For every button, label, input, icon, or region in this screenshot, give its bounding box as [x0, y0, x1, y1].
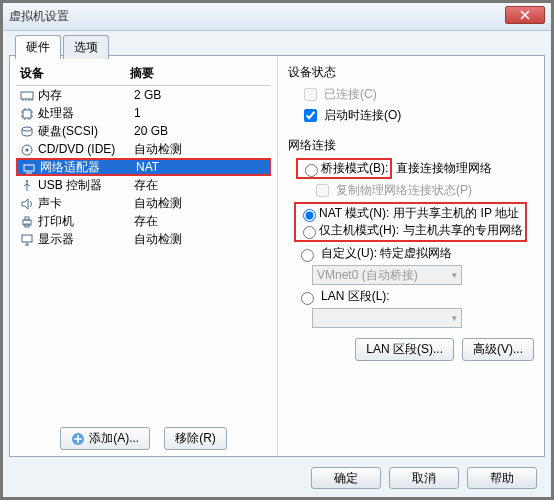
panel: 设备 摘要 内存2 GB处理器1硬盘(SCSI)20 GBCD/DVD (IDE…: [9, 55, 545, 457]
advanced-label: 高级(V)...: [473, 341, 523, 358]
device-row[interactable]: 声卡自动检测: [16, 194, 271, 212]
add-button[interactable]: 添加(A)...: [60, 427, 150, 450]
help-button[interactable]: 帮助: [467, 467, 537, 489]
usb-icon: [20, 179, 34, 191]
network-group: 网络连接 桥接模式(B): 直接连接物理网络 复制物理网络连接状态(P): [288, 137, 534, 361]
custom-row[interactable]: 自定义(U): 特定虚拟网络: [296, 245, 534, 262]
custom-radio[interactable]: [301, 249, 314, 262]
replicate-label: 复制物理网络连接状态(P): [336, 182, 472, 199]
tabs: 硬件 选项: [15, 35, 111, 59]
close-button[interactable]: [505, 6, 545, 24]
poweron-label: 启动时连接(O): [324, 107, 401, 124]
right-buttons: LAN 区段(S)... 高级(V)...: [288, 338, 534, 361]
display-icon: [20, 233, 34, 245]
nat-row[interactable]: NAT 模式(N): 用于共享主机的 IP 地址: [298, 205, 523, 222]
printer-icon: [20, 215, 34, 227]
ok-label: 确定: [334, 470, 358, 487]
device-summary: NAT: [136, 160, 265, 174]
connected-label: 已连接(C): [324, 86, 377, 103]
bridged-row[interactable]: 桥接模式(B): 直接连接物理网络: [296, 158, 534, 179]
device-name: 网络适配器: [40, 159, 136, 176]
settings-panel: 设备状态 已连接(C) 启动时连接(O) 网络连接: [278, 56, 544, 456]
device-summary: 2 GB: [134, 88, 267, 102]
nat-host-highlight: NAT 模式(N): 用于共享主机的 IP 地址 仅主机模式(H): 与主机共享…: [294, 202, 527, 242]
titlebar: 虚拟机设置: [3, 3, 551, 31]
hostonly-row[interactable]: 仅主机模式(H): 与主机共享的专用网络: [298, 222, 523, 239]
net-icon: [22, 161, 36, 173]
bridged-label: 桥接模式(B):: [321, 160, 388, 177]
replicate-checkbox: 复制物理网络连接状态(P): [312, 181, 534, 200]
bridged-highlight: 桥接模式(B):: [296, 158, 392, 179]
device-summary: 自动检测: [134, 141, 267, 158]
cancel-label: 取消: [412, 470, 436, 487]
lan-segments-label: LAN 区段(S)...: [366, 341, 443, 358]
device-state-group: 设备状态 已连接(C) 启动时连接(O): [288, 64, 534, 125]
lan-segments-button[interactable]: LAN 区段(S)...: [355, 338, 454, 361]
remove-label: 移除(R): [175, 430, 216, 447]
svg-rect-0: [21, 92, 33, 99]
custom-combo: VMnet0 (自动桥接) ▾: [312, 265, 462, 285]
bridged-desc: 直接连接物理网络: [396, 160, 492, 177]
hostonly-label: 仅主机模式(H):: [319, 222, 399, 239]
advanced-button[interactable]: 高级(V)...: [462, 338, 534, 361]
device-row[interactable]: CD/DVD (IDE)自动检测: [16, 140, 271, 158]
lan-label: LAN 区段(L):: [321, 288, 390, 305]
close-icon: [520, 10, 530, 20]
hostonly-desc: 与主机共享的专用网络: [403, 222, 523, 239]
memory-icon: [20, 89, 34, 101]
col-summary: 摘要: [130, 65, 267, 82]
device-row[interactable]: 打印机存在: [16, 212, 271, 230]
poweron-checkbox[interactable]: 启动时连接(O): [300, 106, 534, 125]
svg-point-2: [22, 127, 32, 131]
help-label: 帮助: [490, 470, 514, 487]
poweron-input[interactable]: [304, 109, 317, 122]
network-label: 网络连接: [288, 137, 534, 154]
device-list: 内存2 GB处理器1硬盘(SCSI)20 GBCD/DVD (IDE)自动检测网…: [16, 86, 271, 421]
dialog-buttons: 确定 取消 帮助: [311, 467, 537, 489]
hostonly-radio[interactable]: [303, 226, 316, 239]
replicate-input: [316, 184, 329, 197]
cancel-button[interactable]: 取消: [389, 467, 459, 489]
cd-icon: [20, 143, 34, 155]
device-row[interactable]: 网络适配器NAT: [16, 158, 271, 176]
connected-checkbox: 已连接(C): [300, 85, 534, 104]
svg-rect-10: [22, 235, 32, 242]
device-name: 打印机: [38, 213, 134, 230]
ok-button[interactable]: 确定: [311, 467, 381, 489]
device-row[interactable]: 显示器自动检测: [16, 230, 271, 248]
bridged-radio[interactable]: [305, 164, 318, 177]
tab-options[interactable]: 选项: [63, 35, 109, 59]
device-panel: 设备 摘要 内存2 GB处理器1硬盘(SCSI)20 GBCD/DVD (IDE…: [10, 56, 278, 456]
chevron-down-icon: ▾: [452, 270, 457, 280]
svg-rect-5: [24, 165, 34, 171]
col-device: 设备: [20, 65, 130, 82]
device-row[interactable]: 硬盘(SCSI)20 GB: [16, 122, 271, 140]
device-name: USB 控制器: [38, 177, 134, 194]
nat-radio[interactable]: [303, 209, 316, 222]
tab-hardware[interactable]: 硬件: [15, 35, 61, 59]
device-buttons: 添加(A)... 移除(R): [16, 421, 271, 450]
device-summary: 自动检测: [134, 195, 267, 212]
lan-row[interactable]: LAN 区段(L):: [296, 288, 534, 305]
chevron-down-icon: ▾: [452, 313, 457, 323]
device-summary: 存在: [134, 177, 267, 194]
cpu-icon: [20, 107, 34, 119]
device-summary: 自动检测: [134, 231, 267, 248]
device-header: 设备 摘要: [16, 62, 271, 86]
device-row[interactable]: 处理器1: [16, 104, 271, 122]
sound-icon: [20, 197, 34, 209]
device-row[interactable]: USB 控制器存在: [16, 176, 271, 194]
svg-point-6: [26, 180, 28, 182]
device-summary: 存在: [134, 213, 267, 230]
svg-rect-1: [23, 110, 31, 118]
remove-button[interactable]: 移除(R): [164, 427, 227, 450]
device-row[interactable]: 内存2 GB: [16, 86, 271, 104]
svg-point-4: [26, 149, 29, 152]
device-summary: 1: [134, 106, 267, 120]
device-name: 显示器: [38, 231, 134, 248]
disk-icon: [20, 125, 34, 137]
connected-input: [304, 88, 317, 101]
lan-radio[interactable]: [301, 292, 314, 305]
device-state-label: 设备状态: [288, 64, 534, 81]
device-name: 声卡: [38, 195, 134, 212]
